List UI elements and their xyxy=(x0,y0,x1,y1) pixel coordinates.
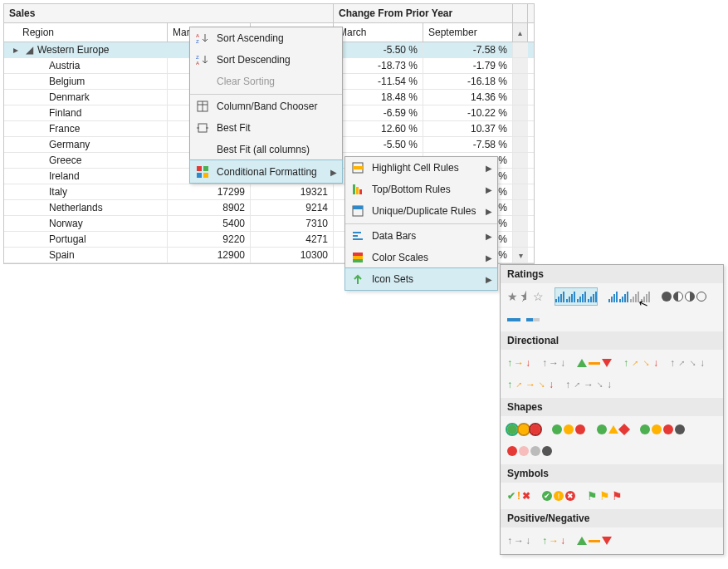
iconset-signs[interactable] xyxy=(597,421,628,438)
cell: 19321 xyxy=(251,184,334,199)
scrollbar-track[interactable] xyxy=(513,153,528,168)
scroll-down-button[interactable]: ▾ xyxy=(513,248,528,262)
svg-rect-18 xyxy=(353,206,363,209)
cell: 5400 xyxy=(168,216,251,231)
scroll-up-button[interactable]: ▴ xyxy=(513,23,528,42)
iconset-posneg-arrows-gray[interactable]: ↑→↓ xyxy=(507,532,530,549)
cell: -6.59 % xyxy=(334,105,423,120)
menu-data-bars[interactable]: Data Bars ▶ xyxy=(345,223,497,247)
sort-asc-icon: AZ xyxy=(195,32,210,45)
cell: -7.58 % xyxy=(423,137,513,152)
cell: -16.18 % xyxy=(423,74,513,89)
svg-text:Z: Z xyxy=(196,39,199,44)
svg-rect-20 xyxy=(353,235,358,237)
data-bars-icon xyxy=(350,229,365,243)
menu-sort-ascending[interactable]: AZ Sort Ascending xyxy=(190,27,342,49)
band-sales[interactable]: Sales xyxy=(4,4,334,22)
scrollbar-track[interactable] xyxy=(513,216,528,231)
menu-sort-descending[interactable]: ZA Sort Descending xyxy=(190,49,342,71)
iconset-red-to-black[interactable] xyxy=(507,443,552,459)
scrollbar-track[interactable] xyxy=(513,232,528,247)
scrollbar-track[interactable] xyxy=(513,42,528,57)
scrollbar-track[interactable] xyxy=(513,74,528,89)
svg-rect-8 xyxy=(197,166,202,171)
iconset-symbols-circled[interactable]: ✔!✖ xyxy=(542,488,575,504)
iconset-stars[interactable]: ★⯨☆ xyxy=(507,288,544,305)
band-change[interactable]: Change From Prior Year xyxy=(334,4,513,22)
menu-color-scales[interactable]: Color Scales ▶ xyxy=(345,247,497,268)
col-header-region[interactable]: Region xyxy=(4,23,168,42)
iconset-boxes[interactable] xyxy=(507,310,540,326)
menu-conditional-formatting[interactable]: Conditional Formatting ▶ xyxy=(189,159,343,184)
svg-text:A: A xyxy=(196,61,199,66)
menu-column-chooser[interactable]: Column/Band Chooser xyxy=(190,94,342,117)
scrollbar-track[interactable] xyxy=(513,169,528,184)
cell-region: Spain xyxy=(4,248,168,262)
svg-text:Z: Z xyxy=(196,55,199,60)
scrollbar-track[interactable] xyxy=(513,90,528,105)
svg-rect-21 xyxy=(353,238,363,240)
iconset-traffic-lights[interactable] xyxy=(552,421,585,438)
iconset-symbols-uncircled[interactable]: ✔!✖ xyxy=(507,488,530,504)
menu-top-bottom-rules[interactable]: Top/Bottom Rules ▶ xyxy=(345,179,497,200)
col-header-march-change[interactable]: March xyxy=(334,23,423,42)
scrollbar-track[interactable] xyxy=(513,200,528,215)
menu-icon-sets[interactable]: Icon Sets ▶ xyxy=(344,267,498,291)
expand-collapse-icon[interactable]: ◢ xyxy=(24,44,34,56)
group-name: Western Europe xyxy=(37,44,110,56)
submenu-arrow-icon: ▶ xyxy=(486,253,492,262)
cell-region: Ireland xyxy=(4,169,168,184)
iconset-arrows-5-color[interactable]: ↑→→→↓ xyxy=(507,376,554,393)
col-header-sept-change[interactable]: September xyxy=(423,23,513,42)
iconset-arrows-5-gray[interactable]: ↑→→→↓ xyxy=(565,376,612,393)
iconset-arrows-4-gray[interactable]: ↑→→↓ xyxy=(670,355,705,371)
unique-duplicate-icon xyxy=(350,204,365,218)
cell: 12.60 % xyxy=(334,121,423,136)
cell: -5.50 % xyxy=(334,137,423,152)
cell: 10.37 % xyxy=(423,121,513,136)
iconset-triangles-3[interactable] xyxy=(577,355,612,371)
cell-region: Belgium xyxy=(4,74,168,89)
iconset-pie-quarters[interactable] xyxy=(662,288,706,305)
iconset-4-traffic-lights[interactable] xyxy=(640,421,685,438)
scrollbar-track[interactable] xyxy=(513,184,528,199)
cell-region: Norway xyxy=(4,216,168,231)
menu-best-fit-all[interactable]: Best Fit (all columns) xyxy=(190,139,342,160)
cell: 17299 xyxy=(168,184,251,199)
iconset-posneg-arrows-color[interactable]: ↑→↓ xyxy=(542,532,565,549)
highlight-rules-icon xyxy=(350,161,365,174)
svg-rect-19 xyxy=(353,232,361,233)
menu-best-fit[interactable]: Best Fit xyxy=(190,117,342,139)
svg-rect-11 xyxy=(203,173,208,178)
svg-rect-22 xyxy=(353,253,363,256)
scrollbar-track[interactable] xyxy=(513,121,528,136)
svg-rect-15 xyxy=(356,187,359,194)
iconset-arrows-4-color[interactable]: ↑→→↓ xyxy=(623,355,658,371)
scrollbar-track[interactable] xyxy=(513,137,528,152)
scrollbar-track[interactable] xyxy=(513,105,528,120)
best-fit-icon xyxy=(195,121,210,135)
iconset-traffic-lights-rimmed[interactable] xyxy=(507,421,540,438)
svg-rect-24 xyxy=(353,259,363,262)
svg-rect-9 xyxy=(203,166,208,171)
scrollbar-track[interactable] xyxy=(513,58,528,73)
menu-unique-duplicate-rules[interactable]: Unique/Duplicate Rules ▶ xyxy=(345,200,497,222)
cell-region: Portugal xyxy=(4,232,168,247)
cell-region: Finland xyxy=(4,105,168,120)
svg-rect-14 xyxy=(353,184,355,194)
submenu-arrow-icon: ▶ xyxy=(486,185,492,194)
cell-region: France xyxy=(4,121,168,136)
cell: 14.36 % xyxy=(423,90,513,105)
iconset-posneg-triangles[interactable] xyxy=(577,532,612,549)
iconset-arrows-3-color[interactable]: ↑→↓ xyxy=(507,355,530,371)
blank-icon xyxy=(195,75,210,88)
iconset-arrows-3-gray[interactable]: ↑→↓ xyxy=(542,355,565,371)
cell: 18.48 % xyxy=(334,90,423,105)
iconset-ratings-blue-bars[interactable] xyxy=(555,288,597,305)
menu-highlight-cell-rules[interactable]: Highlight Cell Rules ▶ xyxy=(345,157,497,179)
cell: 12900 xyxy=(168,248,251,262)
iconset-flags[interactable]: ⚑⚑⚑ xyxy=(587,488,623,504)
cell-region: Denmark xyxy=(4,90,168,105)
cell-region: Greece xyxy=(4,153,168,168)
blank-icon xyxy=(195,143,210,156)
